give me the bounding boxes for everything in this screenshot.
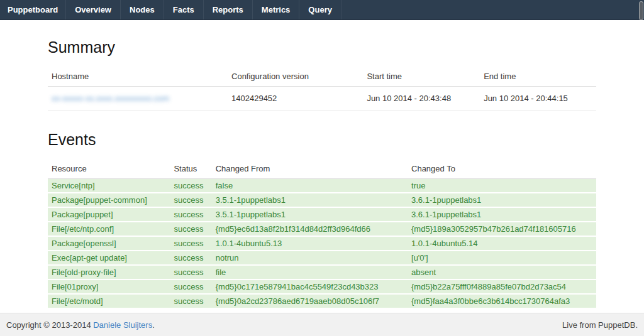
event-changed-to: {md5}faa4a3f0bbe6c3b614bcc1730764afa3 — [408, 294, 596, 308]
event-row: File[/etc/motd] success {md5}0a2cd23786a… — [48, 294, 596, 308]
event-resource: Package[puppet-common] — [48, 193, 170, 207]
event-status: success — [170, 222, 211, 236]
summary-header-row: Hostname Configuration version Start tim… — [48, 67, 596, 87]
summary-col-start-time: Start time — [363, 67, 480, 87]
nav-item-reports[interactable]: Reports — [204, 0, 253, 19]
event-resource: File[/etc/motd] — [48, 294, 170, 308]
nav-item-query[interactable]: Query — [299, 0, 341, 19]
event-status: success — [170, 207, 211, 222]
event-row: Service[ntp] success false true — [48, 179, 596, 193]
hostname-link-redacted[interactable]: xx-xxxxx-xx.xxxx.xxxxxxxxx.com — [52, 94, 169, 103]
event-changed-from: 1.0.1-4ubuntu5.13 — [212, 236, 408, 251]
events-header-row: Resource Status Changed From Changed To — [48, 159, 596, 179]
nav-item-metrics[interactable]: Metrics — [253, 0, 300, 19]
footer-copyright: Copyright © 2013-2014 Daniele Sluijters. — [6, 320, 155, 330]
event-resource: File[01proxy] — [48, 279, 170, 294]
event-changed-from: 3.5.1-1puppetlabs1 — [212, 207, 408, 222]
events-table: Resource Status Changed From Changed To … — [48, 159, 596, 309]
summary-heading: Summary — [48, 38, 596, 57]
event-resource: Package[openssl] — [48, 236, 170, 251]
copyright-text: Copyright © 2013-2014 — [6, 320, 93, 330]
events-col-changed-from: Changed From — [212, 159, 408, 179]
event-changed-from: 3.5.1-1puppetlabs1 — [212, 193, 408, 207]
events-heading: Events — [48, 131, 596, 149]
event-row: Exec[apt-get update] success notrun [u'0… — [48, 251, 596, 265]
event-row: File[01proxy] success {md5}0c171e587941b… — [48, 279, 596, 294]
event-row: File[/etc/ntp.conf] success {md5}ec6d13a… — [48, 222, 596, 236]
event-changed-from: notrun — [212, 251, 408, 265]
event-status: success — [170, 279, 211, 294]
event-resource: Exec[apt-get update] — [48, 251, 170, 265]
footer-status-text: Live from PuppetDB. — [562, 320, 638, 330]
navbar: Puppetboard Overview Nodes Facts Reports… — [0, 0, 644, 20]
event-status: success — [170, 251, 211, 265]
footer: Copyright © 2013-2014 Daniele Sluijters.… — [0, 313, 644, 336]
event-status: success — [170, 179, 211, 193]
nav-item-facts[interactable]: Facts — [164, 0, 204, 19]
event-changed-from: false — [212, 179, 408, 193]
events-col-status: Status — [170, 159, 211, 179]
event-resource: File[old-proxy-file] — [48, 265, 170, 279]
events-col-changed-to: Changed To — [408, 159, 596, 179]
event-resource: File[/etc/ntp.conf] — [48, 222, 170, 236]
event-changed-to: absent — [408, 265, 596, 279]
event-changed-from: {md5}ec6d13a8f2b1f314d84d2ff3d964fd66 — [212, 222, 408, 236]
event-resource: Service[ntp] — [48, 179, 170, 193]
author-link[interactable]: Daniele Sluijters — [93, 320, 152, 330]
event-row: Package[puppet] success 3.5.1-1puppetlab… — [48, 207, 596, 222]
event-status: success — [170, 265, 211, 279]
event-row: File[old-proxy-file] success file absent — [48, 265, 596, 279]
nav-item-overview[interactable]: Overview — [66, 0, 121, 19]
copyright-period: . — [152, 320, 155, 330]
summary-col-end-time: End time — [480, 67, 596, 87]
event-changed-to: 3.6.1-1puppetlabs1 — [408, 207, 596, 222]
event-changed-from: {md5}0a2cd23786aed6719aaeb08d05c106f7 — [212, 294, 408, 308]
event-resource: Package[puppet] — [48, 207, 170, 222]
nav-item-nodes[interactable]: Nodes — [121, 0, 164, 19]
events-col-resource: Resource — [48, 159, 170, 179]
event-row: Package[openssl] success 1.0.1-4ubuntu5.… — [48, 236, 596, 251]
main-content: Summary Hostname Configuration version S… — [0, 38, 644, 309]
event-changed-to: [u'0'] — [408, 251, 596, 265]
config-version-value: 1402429452 — [228, 87, 363, 111]
event-changed-from: file — [212, 265, 408, 279]
scrollbar-thumb[interactable] — [639, 1, 643, 20]
end-time-value: Jun 10 2014 - 20:44:15 — [480, 87, 596, 111]
event-changed-from: {md5}0c171e587941bac4c5549f23cd43b323 — [212, 279, 408, 294]
summary-col-hostname: Hostname — [48, 67, 228, 87]
start-time-value: Jun 10 2014 - 20:43:48 — [363, 87, 480, 111]
event-changed-to: true — [408, 179, 596, 193]
event-changed-to: {md5}b22a75fff0f4889a85fe07bd2d73ac54 — [408, 279, 596, 294]
summary-table: Hostname Configuration version Start tim… — [48, 67, 596, 111]
event-status: success — [170, 193, 211, 207]
event-changed-to: 1.0.1-4ubuntu5.14 — [408, 236, 596, 251]
summary-row: xx-xxxxx-xx.xxxx.xxxxxxxxx.com 140242945… — [48, 87, 596, 111]
event-changed-to: 3.6.1-1puppetlabs1 — [408, 193, 596, 207]
event-changed-to: {md5}189a3052957b47b261ad74f181605716 — [408, 222, 596, 236]
event-row: Package[puppet-common] success 3.5.1-1pu… — [48, 193, 596, 207]
event-status: success — [170, 236, 211, 251]
event-status: success — [170, 294, 211, 308]
navbar-brand[interactable]: Puppetboard — [0, 0, 66, 19]
summary-col-config-version: Configuration version — [228, 67, 363, 87]
